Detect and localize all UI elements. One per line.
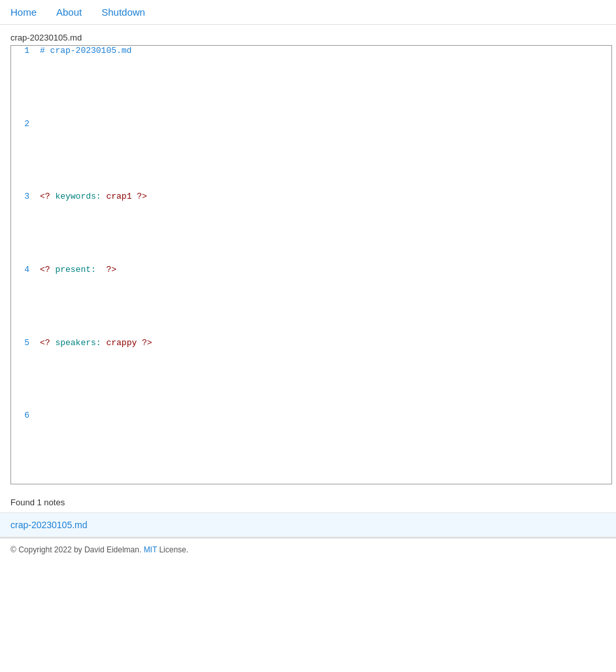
code-token: speakers: — [55, 338, 106, 348]
code-token: # crap-20230105.md — [40, 46, 131, 56]
note-link[interactable]: crap-20230105.md — [10, 520, 88, 530]
notes-list: crap-20230105.md — [0, 512, 616, 538]
notes-count: 1 — [37, 497, 42, 507]
line-content: <? keywords: crap1 ?> — [37, 192, 611, 265]
line-number: 3 — [11, 192, 37, 265]
code-editor[interactable]: 1 # crap-20230105.md 2 3 <? keywords: cr… — [10, 45, 612, 484]
code-token: crap1 ?> — [106, 192, 146, 201]
nav-shutdown[interactable]: Shutdown — [101, 7, 145, 18]
line-content — [37, 411, 611, 484]
file-label: crap-20230105.md — [10, 33, 606, 42]
line-number: 4 — [11, 265, 37, 338]
line-number: 1 — [11, 46, 37, 119]
table-row: 6 — [11, 411, 611, 484]
line-number: 6 — [11, 411, 37, 484]
table-row: 4 <? present: ?> — [11, 265, 611, 338]
list-item: crap-20230105.md — [0, 513, 616, 537]
mit-license-link[interactable]: MIT — [144, 545, 157, 554]
main-content: crap-20230105.md 1 # crap-20230105.md 2 … — [0, 25, 616, 492]
line-number: 2 — [11, 119, 37, 192]
table-row: 2 — [11, 119, 611, 192]
footer-info: Found 1 notes — [0, 492, 616, 512]
nav-about[interactable]: About — [56, 7, 82, 18]
code-token: <? — [40, 338, 55, 348]
code-token: <? — [40, 265, 55, 275]
table-row: 5 <? speakers: crappy ?> — [11, 338, 611, 411]
code-token: present: — [55, 265, 106, 275]
table-row: 3 <? keywords: crap1 ?> — [11, 192, 611, 265]
line-content: <? present: ?> — [37, 265, 611, 338]
navbar: Home About Shutdown — [0, 0, 616, 25]
copyright-text-before: © Copyright 2022 by David Eidelman. — [10, 545, 141, 554]
line-content: <? speakers: crappy ?> — [37, 338, 611, 411]
nav-home[interactable]: Home — [10, 7, 37, 18]
line-content — [37, 119, 611, 192]
table-row: 1 # crap-20230105.md — [11, 46, 611, 119]
line-content: # crap-20230105.md — [37, 46, 611, 119]
code-token: keywords: — [55, 192, 106, 201]
code-token: ?> — [106, 265, 116, 275]
code-lines: 1 # crap-20230105.md 2 3 <? keywords: cr… — [11, 46, 611, 484]
notes-label: notes — [44, 497, 65, 507]
code-token: crappy ?> — [106, 338, 152, 348]
copyright-text-after: License. — [159, 545, 188, 554]
copyright-footer: © Copyright 2022 by David Eidelman. MIT … — [0, 538, 616, 561]
code-token: <? — [40, 192, 55, 201]
line-number: 5 — [11, 338, 37, 411]
found-text: Found — [10, 497, 35, 507]
